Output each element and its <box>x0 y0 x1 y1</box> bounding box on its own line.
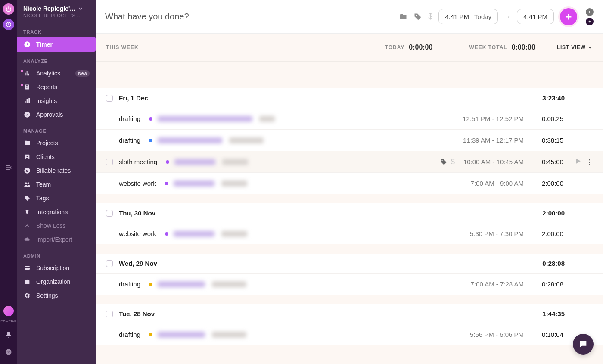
day-date: Thu, 30 Nov <box>119 209 155 217</box>
power-icon[interactable] <box>3 3 14 15</box>
nav-label: Timer <box>36 41 53 48</box>
sidebar-item-insights[interactable]: Insights <box>17 94 96 108</box>
day-checkbox[interactable] <box>106 210 113 217</box>
today-label: TODAY <box>385 44 405 50</box>
nav-label: Team <box>36 181 51 188</box>
play-icon[interactable] <box>574 157 582 166</box>
view-label: LIST VIEW <box>557 44 586 50</box>
insights-icon <box>23 97 31 104</box>
view-selector[interactable]: LIST VIEW <box>557 44 593 50</box>
time-entry[interactable]: sloth meeting $ 10:00 AM - 10:45 AM 0:45… <box>96 151 603 172</box>
day-checkbox[interactable] <box>106 95 113 102</box>
chat-button[interactable] <box>573 334 594 355</box>
duration: 0:00:25 <box>529 115 563 122</box>
billable-icon[interactable]: $ <box>451 158 455 166</box>
summary-bar: THIS WEEK TODAY0:00:00 WEEK TOTAL0:00:00… <box>96 34 603 62</box>
time-entry[interactable]: website work 7:00 AM - 9:00 AM 2:00:00 ⋮ <box>96 172 603 194</box>
help-icon[interactable]: ? <box>5 348 12 357</box>
team-icon <box>23 181 31 188</box>
day-total: 1:44:35 <box>542 310 593 317</box>
billable-toggle[interactable]: $ <box>428 12 432 21</box>
cloud-icon <box>23 236 31 243</box>
sidebar-item-billable[interactable]: $Billable rates <box>17 164 96 177</box>
nav-label: Projects <box>36 140 58 146</box>
sidebar-item-import-export[interactable]: Import/Export <box>17 233 96 246</box>
end-time-box[interactable]: 4:41 PM <box>517 9 554 24</box>
sidebar-item-organization[interactable]: Organization <box>17 275 96 289</box>
avatar[interactable] <box>3 306 14 316</box>
reports-icon <box>23 84 31 90</box>
tag-icon[interactable] <box>440 158 448 166</box>
play-mode-button[interactable] <box>586 8 594 16</box>
time-range: 11:39 AM - 12:17 PM <box>463 137 524 144</box>
time-entry[interactable]: drafting 5:56 PM - 6:06 PM 0:10:04 ⋮ <box>96 324 603 345</box>
collapse-icon[interactable] <box>5 164 12 173</box>
tag-icon <box>23 195 31 202</box>
entries-list: Fri, 1 Dec3:23:40 drafting 12:51 PM - 12… <box>96 88 603 364</box>
duration: 2:00:00 <box>529 230 563 237</box>
day-checkbox[interactable] <box>106 311 113 317</box>
folder-icon <box>23 140 31 146</box>
new-badge: New <box>75 70 90 77</box>
description-input[interactable] <box>105 12 393 22</box>
topbar: $ 4:41 PMToday → 4:41 PM <box>96 0 603 34</box>
svg-point-16 <box>416 15 417 16</box>
sidebar-item-analytics[interactable]: AnalyticsNew <box>17 66 96 80</box>
sidebar-item-approvals[interactable]: Approvals <box>17 108 96 121</box>
svg-text:$: $ <box>26 169 28 173</box>
profile-label: PROFILE <box>0 319 17 323</box>
nav-label: Settings <box>36 292 58 299</box>
timer-app-icon[interactable] <box>3 19 14 30</box>
sidebar-item-timer[interactable]: Timer <box>17 37 96 52</box>
manual-mode-button[interactable] <box>586 18 594 25</box>
duration: 0:45:00 <box>529 158 563 165</box>
chevron-down-icon <box>78 6 84 12</box>
nav-label: Insights <box>36 97 57 104</box>
day-total: 2:00:00 <box>542 209 593 217</box>
time-entry[interactable]: drafting 11:39 AM - 12:17 PM 0:38:15 ⋮ <box>96 129 603 151</box>
sidebar-item-show-less[interactable]: Show Less <box>17 219 96 233</box>
sidebar-item-tags[interactable]: Tags <box>17 191 96 205</box>
day-header: Fri, 1 Dec3:23:40 <box>96 88 603 108</box>
duration: 0:38:15 <box>529 137 563 144</box>
nav-label: Clients <box>36 153 55 160</box>
nav-label: Analytics <box>36 70 60 77</box>
bell-icon[interactable] <box>5 331 12 340</box>
sidebar-item-subscription[interactable]: Subscription <box>17 261 96 275</box>
folder-icon[interactable] <box>399 12 407 21</box>
sidebar-item-settings[interactable]: Settings <box>17 289 96 302</box>
tag-icon[interactable] <box>413 12 422 21</box>
client-name-redacted <box>222 159 248 165</box>
start-time-box[interactable]: 4:41 PMToday <box>438 9 498 24</box>
client-name-redacted <box>259 116 275 122</box>
day-header: Wed, 29 Nov0:28:08 <box>96 254 603 273</box>
time-entry[interactable]: drafting 7:00 AM - 7:28 AM 0:28:08 ⋮ <box>96 273 603 295</box>
project-name-redacted <box>174 159 215 165</box>
day-checkbox[interactable] <box>106 260 113 267</box>
client-name-redacted <box>221 231 247 237</box>
sidebar-item-integrations[interactable]: Integrations <box>17 205 96 219</box>
more-icon[interactable]: ⋮ <box>586 158 593 166</box>
sidebar-item-reports[interactable]: Reports <box>17 80 96 94</box>
project-name-redacted <box>174 231 214 237</box>
day-header: Tue, 28 Nov1:44:35 <box>96 304 603 324</box>
create-entry-button[interactable] <box>560 8 577 25</box>
svg-rect-15 <box>25 267 30 268</box>
entry-checkbox[interactable] <box>106 159 113 165</box>
start-date: Today <box>474 13 491 20</box>
app-rail: PROFILE ? <box>0 0 17 364</box>
sidebar-item-projects[interactable]: Projects <box>17 136 96 150</box>
workspace-selector[interactable]: Nicole Replogle'... NICOLE REPLOGLE'S ..… <box>17 0 96 22</box>
time-entry[interactable]: website work 5:30 PM - 7:30 PM 2:00:00 ⋮ <box>96 223 603 244</box>
sidebar-item-team[interactable]: Team <box>17 177 96 191</box>
time-range: 10:00 AM - 10:45 AM <box>463 158 524 165</box>
sidebar-item-clients[interactable]: Clients <box>17 150 96 164</box>
project-name-redacted <box>158 137 222 143</box>
entry-description: website work <box>119 180 156 187</box>
nav-label: Integrations <box>36 208 68 215</box>
client-name-redacted <box>212 332 246 338</box>
project-name-redacted <box>158 116 252 122</box>
time-entry[interactable]: drafting 12:51 PM - 12:52 PM 0:00:25 ⋮ <box>96 108 603 129</box>
entry-description: drafting <box>119 115 140 122</box>
day-total: 0:28:08 <box>542 260 593 267</box>
